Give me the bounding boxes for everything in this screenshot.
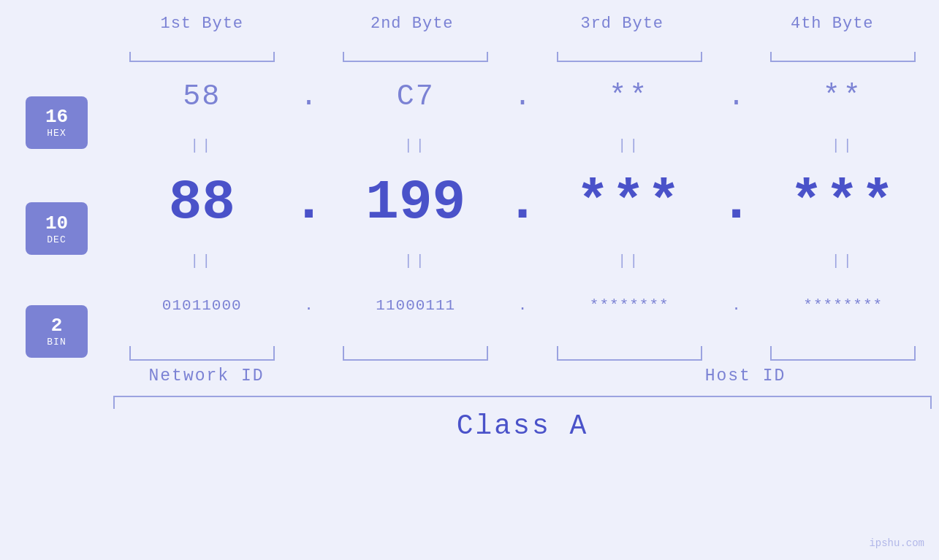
overall-bracket bbox=[113, 396, 932, 397]
bracket-col3-bottom bbox=[557, 359, 702, 361]
dec-val-3: *** bbox=[576, 172, 683, 234]
dec-val-2: 199 bbox=[365, 172, 465, 234]
dec-badge: 10 DEC bbox=[26, 202, 88, 255]
sep-dec-bin-4: || bbox=[832, 253, 855, 269]
bracket-col1-top bbox=[129, 61, 275, 62]
sep-hex-dec-1: || bbox=[190, 137, 213, 154]
data-grid: 58 . C7 . ** . ** bbox=[113, 37, 932, 442]
dec-number: 10 bbox=[45, 212, 68, 234]
hex-val-2: C7 bbox=[397, 80, 435, 113]
dec-dot-1: . bbox=[292, 172, 326, 234]
bin-number: 2 bbox=[51, 315, 63, 337]
sep-hex-dec-4: || bbox=[832, 137, 855, 154]
sep-dec-bin-1: || bbox=[190, 253, 213, 269]
bracket-col1-bottom bbox=[129, 359, 275, 361]
bin-dot-3: . bbox=[731, 297, 741, 314]
bracket-col3-top bbox=[557, 61, 702, 62]
base-labels: 16 HEX 10 DEC 2 BIN bbox=[26, 37, 113, 442]
header-col2: 2nd Byte bbox=[370, 15, 454, 33]
hex-label: HEX bbox=[47, 128, 66, 139]
sep-dec-bin-2: || bbox=[404, 253, 427, 269]
network-id-label: Network ID bbox=[148, 367, 264, 386]
dec-label: DEC bbox=[47, 234, 66, 245]
header-col1: 1st Byte bbox=[160, 15, 243, 33]
dec-val-1: 88 bbox=[169, 172, 235, 234]
hex-val-1: 58 bbox=[183, 80, 221, 113]
sep-hex-dec-3: || bbox=[617, 137, 641, 154]
bracket-col2-top bbox=[343, 61, 488, 62]
hex-dot-2: . bbox=[514, 80, 531, 113]
hex-dot-1: . bbox=[300, 80, 317, 113]
sep-hex-dec-2: || bbox=[404, 137, 427, 154]
bin-val-1: 01011000 bbox=[162, 297, 242, 314]
bin-val-2: 11000111 bbox=[376, 297, 455, 314]
dec-dot-2: . bbox=[506, 172, 539, 234]
bin-dot-2: . bbox=[518, 297, 528, 314]
sep-dec-bin-3: || bbox=[617, 253, 641, 269]
bin-label: BIN bbox=[47, 337, 66, 348]
header-col3: 3rd Byte bbox=[580, 15, 664, 33]
page-container: 1st Byte 2nd Byte 3rd Byte 4th Byte 16 H… bbox=[0, 0, 939, 560]
header-col4: 4th Byte bbox=[791, 15, 874, 33]
bin-badge: 2 BIN bbox=[26, 305, 88, 358]
watermark: ipshu.com bbox=[869, 537, 924, 549]
bin-dot-1: . bbox=[304, 297, 313, 314]
bracket-col4-top bbox=[770, 61, 916, 62]
hex-number: 16 bbox=[45, 106, 68, 128]
hex-dot-3: . bbox=[727, 80, 745, 113]
host-id-label: Host ID bbox=[705, 367, 786, 386]
bottom-section: Network ID Host ID bbox=[113, 340, 932, 386]
bracket-col4-bottom bbox=[770, 359, 916, 361]
bin-val-4: ******** bbox=[803, 297, 883, 314]
dec-dot-3: . bbox=[720, 172, 753, 234]
hex-val-4: ** bbox=[823, 80, 864, 113]
dec-val-4: *** bbox=[790, 172, 897, 234]
hex-val-3: ** bbox=[609, 80, 650, 113]
bin-val-3: ******** bbox=[590, 297, 669, 314]
hex-badge: 16 HEX bbox=[26, 96, 88, 149]
bracket-col2-bottom bbox=[343, 359, 488, 361]
class-label: Class A bbox=[457, 410, 589, 442]
